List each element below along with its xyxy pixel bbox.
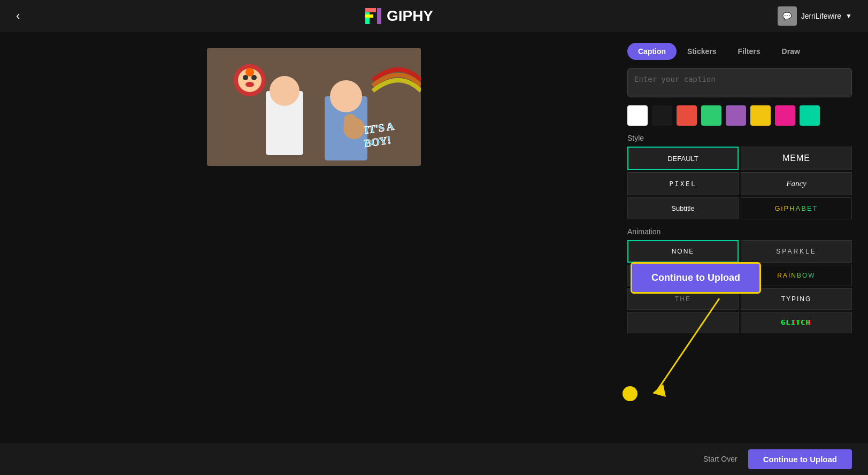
color-swatch-teal[interactable] xyxy=(800,105,820,126)
user-menu[interactable]: 💬 JerriLifewire ▼ xyxy=(778,6,852,26)
style-label: Style xyxy=(627,134,852,142)
continue-to-upload-float[interactable]: Continue to Upload xyxy=(631,262,761,294)
caption-input[interactable] xyxy=(627,68,852,97)
color-swatches xyxy=(627,105,852,126)
chevron-down-icon: ▼ xyxy=(846,12,852,20)
username-label: JerriLifewire xyxy=(801,12,841,20)
logo: GIPHY xyxy=(364,7,433,25)
color-swatch-white[interactable] xyxy=(627,105,648,126)
svg-point-15 xyxy=(330,80,362,112)
style-section: Style DEFAULT MEME PIXEL Fancy Subtitle … xyxy=(627,134,852,219)
svg-rect-1 xyxy=(365,8,376,12)
right-panel: Caption Stickers Filters Draw Style DEFA… xyxy=(627,43,852,432)
anim-none[interactable]: NONE xyxy=(627,240,739,263)
style-alphabet[interactable]: GiPHABET xyxy=(741,197,852,219)
main-content: IT'S A BOY! Caption Stickers Filters Dra… xyxy=(0,32,868,443)
animation-label: Animation xyxy=(627,227,852,236)
tab-stickers[interactable]: Stickers xyxy=(677,43,727,60)
tabs-container: Caption Stickers Filters Draw xyxy=(627,43,852,60)
bottom-bar: Start Over Continue to Upload xyxy=(0,443,868,475)
color-swatch-yellow[interactable] xyxy=(750,105,771,126)
anim-sparkle[interactable]: SPARKLE xyxy=(741,240,852,263)
svg-point-17 xyxy=(344,114,357,127)
header: ‹ GIPHY 💬 JerriLifewire ▼ xyxy=(0,0,868,32)
preview-area: IT'S A BOY! xyxy=(16,43,611,432)
svg-point-11 xyxy=(245,68,254,76)
color-swatch-green[interactable] xyxy=(701,105,721,126)
start-over-button[interactable]: Start Over xyxy=(703,455,738,463)
style-fancy[interactable]: Fancy xyxy=(741,172,852,195)
svg-rect-2 xyxy=(365,14,373,18)
svg-point-13 xyxy=(270,76,299,106)
avatar: 💬 xyxy=(778,6,797,26)
logo-text: GIPHY xyxy=(387,7,433,25)
style-grid: DEFAULT MEME PIXEL Fancy Subtitle GiPHAB… xyxy=(627,147,852,219)
anim-glitch[interactable]: GLITCH xyxy=(741,312,852,333)
svg-point-10 xyxy=(245,82,254,87)
svg-rect-5 xyxy=(207,48,421,166)
tab-draw[interactable]: Draw xyxy=(771,43,811,60)
scene-background: IT'S A BOY! xyxy=(207,48,421,166)
style-subtitle[interactable]: Subtitle xyxy=(627,197,739,219)
svg-rect-3 xyxy=(377,8,381,24)
color-swatch-black[interactable] xyxy=(652,105,672,126)
tab-filters[interactable]: Filters xyxy=(727,43,771,60)
gif-preview: IT'S A BOY! xyxy=(207,48,421,166)
giphy-logo-icon xyxy=(364,7,382,25)
color-swatch-purple[interactable] xyxy=(726,105,746,126)
back-button[interactable]: ‹ xyxy=(16,9,20,23)
tab-caption[interactable]: Caption xyxy=(627,43,677,60)
continue-upload-button[interactable]: Continue to Upload xyxy=(748,449,852,469)
color-swatch-red[interactable] xyxy=(677,105,697,126)
scene-svg: IT'S A BOY! xyxy=(207,48,421,166)
style-meme[interactable]: MEME xyxy=(741,147,852,170)
style-pixel[interactable]: PIXEL xyxy=(627,172,739,195)
anim-empty xyxy=(627,312,739,333)
color-swatch-pink[interactable] xyxy=(775,105,795,126)
style-default[interactable]: DEFAULT xyxy=(627,147,739,170)
